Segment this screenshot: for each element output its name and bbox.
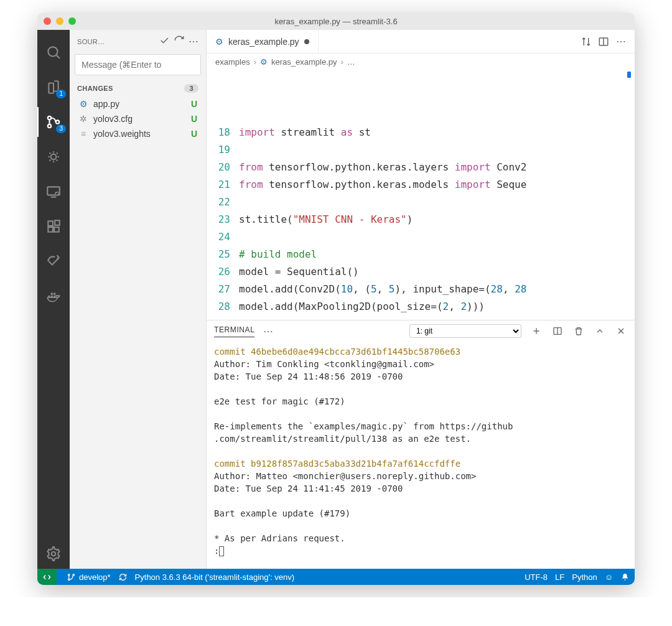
breadcrumb-seg[interactable]: examples <box>215 57 250 67</box>
editor-more-icon[interactable]: ⋯ <box>612 33 630 50</box>
code-line[interactable]: 28model.add(MaxPooling2D(pool_size=(2, 2… <box>207 298 635 315</box>
minimap-indicator[interactable] <box>627 72 631 78</box>
panel-more-icon[interactable]: ⋯ <box>263 325 273 337</box>
split-terminal-icon[interactable] <box>551 325 564 337</box>
activity-remote[interactable] <box>37 177 70 207</box>
panel-tab-terminal[interactable]: TERMINAL <box>214 325 254 337</box>
terminal-line: Author: Tim Conkling <tconkling@gmail.co… <box>214 358 627 370</box>
breadcrumb-seg[interactable]: keras_example.py <box>271 57 337 67</box>
changed-file[interactable]: ⚙app.pyU <box>70 96 206 111</box>
activity-settings[interactable] <box>37 539 70 569</box>
compare-changes-icon[interactable] <box>577 33 595 50</box>
sidebar: SOUR… ⋯ CHANGES 3 ⚙app.pyU✲yolov3.cfgU≡y… <box>70 30 207 569</box>
code-line[interactable]: 19 <box>207 141 635 159</box>
code-line[interactable]: 25# build model <box>207 246 635 263</box>
activity-liveshare[interactable] <box>37 246 70 276</box>
svg-rect-11 <box>55 220 60 225</box>
code-line[interactable]: 21from tensorflow.python.keras.models im… <box>207 176 635 194</box>
terminal-line: * As per Adrians request. <box>214 532 627 544</box>
svg-rect-10 <box>54 227 59 232</box>
tab-keras-example[interactable]: ⚙ keras_example.py <box>207 30 319 53</box>
activity-scm[interactable]: 3 <box>37 107 70 137</box>
explorer-badge: 1 <box>56 90 66 98</box>
line-number: 23 <box>207 211 239 228</box>
activity-search[interactable] <box>37 37 70 67</box>
activity-debug[interactable] <box>37 142 70 172</box>
breadcrumb-seg[interactable]: … <box>347 57 355 67</box>
python-file-icon: ⚙ <box>260 57 268 67</box>
activity-bar: 1 3 <box>37 30 70 569</box>
line-number: 21 <box>207 176 239 194</box>
terminal-select[interactable]: 1: git <box>409 324 521 338</box>
code-line[interactable]: 24 <box>207 228 635 246</box>
vscode-window: keras_example.py — streamlit-3.6 1 3 <box>37 12 635 585</box>
status-remote[interactable] <box>37 569 57 585</box>
code-line[interactable]: 29model.add(Flatten()) <box>207 315 635 320</box>
line-number: 22 <box>207 194 239 211</box>
file-name: app.py <box>93 99 186 109</box>
line-number: 20 <box>207 159 239 176</box>
terminal-prompt[interactable]: : <box>214 544 627 557</box>
code-line[interactable]: 26model = Sequential() <box>207 263 635 281</box>
svg-rect-15 <box>51 293 53 295</box>
activity-explorer[interactable]: 1 <box>37 72 70 102</box>
line-number: 18 <box>207 124 239 141</box>
svg-rect-9 <box>48 227 53 232</box>
line-number: 28 <box>207 298 239 315</box>
svg-point-2 <box>48 116 51 119</box>
python-file-icon: ⚙ <box>215 37 223 47</box>
status-eol[interactable]: LF <box>555 572 564 582</box>
terminal-line: Date: Tue Sep 24 11:48:56 2019 -0700 <box>214 370 627 383</box>
window-title: keras_example.py — streamlit-3.6 <box>37 17 635 26</box>
changes-label: CHANGES <box>77 85 113 92</box>
status-feedback-icon[interactable]: ☺ <box>605 572 613 582</box>
status-bar: develop* Python 3.6.3 64-bit ('streamlit… <box>37 569 635 585</box>
line-number: 25 <box>207 246 239 263</box>
changes-section-header[interactable]: CHANGES 3 <box>70 80 206 96</box>
refresh-icon[interactable] <box>174 35 185 48</box>
commit-message-input[interactable] <box>75 54 201 75</box>
close-panel-icon[interactable] <box>615 325 627 337</box>
editor-group: ⚙ keras_example.py ⋯ examples › ⚙ keras_… <box>207 30 635 569</box>
status-branch[interactable]: develop* <box>67 572 111 582</box>
terminal-line: .com/streamlit/streamlit/pull/138 as an … <box>214 432 627 445</box>
code-line[interactable]: 20from tensorflow.python.keras.layers im… <box>207 159 635 176</box>
terminal[interactable]: commit 46bebe6d0ae494cbcca73d61bf1445bc5… <box>207 342 635 569</box>
chevron-right-icon: › <box>340 57 343 67</box>
modified-dot-icon <box>304 39 309 44</box>
code-editor[interactable]: 18import streamlit as st1920from tensorf… <box>207 70 635 320</box>
code-line[interactable]: 27model.add(Conv2D(10, (5, 5), input_sha… <box>207 281 635 298</box>
code-line[interactable]: 18import streamlit as st <box>207 124 635 141</box>
svg-point-4 <box>56 120 59 123</box>
more-icon[interactable]: ⋯ <box>189 35 198 47</box>
changed-file[interactable]: ≡yolov3.weightsU <box>70 126 206 141</box>
code-line[interactable]: 22 <box>207 194 635 211</box>
sidebar-header: SOUR… ⋯ <box>70 30 206 52</box>
svg-point-27 <box>68 579 70 581</box>
svg-line-1 <box>57 55 60 58</box>
terminal-line: Re-implements the `examples/magic.py` fr… <box>214 420 627 432</box>
maximize-panel-icon[interactable] <box>594 325 606 337</box>
svg-point-5 <box>51 154 57 160</box>
terminal-line: commit 46bebe6d0ae494cbcca73d61bf1445bc5… <box>214 345 627 358</box>
status-language[interactable]: Python <box>572 572 597 582</box>
svg-point-3 <box>48 124 51 128</box>
activity-docker[interactable] <box>37 281 70 311</box>
terminal-line: commit b9128f857a8d3c5aba33d21b4fa7af614… <box>214 457 627 470</box>
status-python[interactable]: Python 3.6.3 64-bit ('streamlit-staging'… <box>135 572 294 582</box>
new-terminal-icon[interactable] <box>530 325 543 337</box>
activity-extensions[interactable] <box>37 212 70 241</box>
panel: TERMINAL ⋯ 1: git commit 46bebe6d0ae494c… <box>207 320 635 569</box>
split-editor-icon[interactable] <box>595 33 612 50</box>
kill-terminal-icon[interactable] <box>572 325 585 337</box>
code-line[interactable]: 23st.title("MNIST CNN - Keras") <box>207 211 635 228</box>
status-sync[interactable] <box>118 572 128 582</box>
svg-point-26 <box>68 574 70 576</box>
chevron-right-icon: › <box>254 57 256 67</box>
commit-check-icon[interactable] <box>159 35 170 48</box>
status-encoding[interactable]: UTF-8 <box>525 572 548 582</box>
svg-rect-8 <box>48 221 53 226</box>
changed-file[interactable]: ✲yolov3.cfgU <box>70 111 206 126</box>
status-bell-icon[interactable] <box>620 572 630 582</box>
breadcrumb[interactable]: examples › ⚙ keras_example.py › … <box>207 54 635 70</box>
